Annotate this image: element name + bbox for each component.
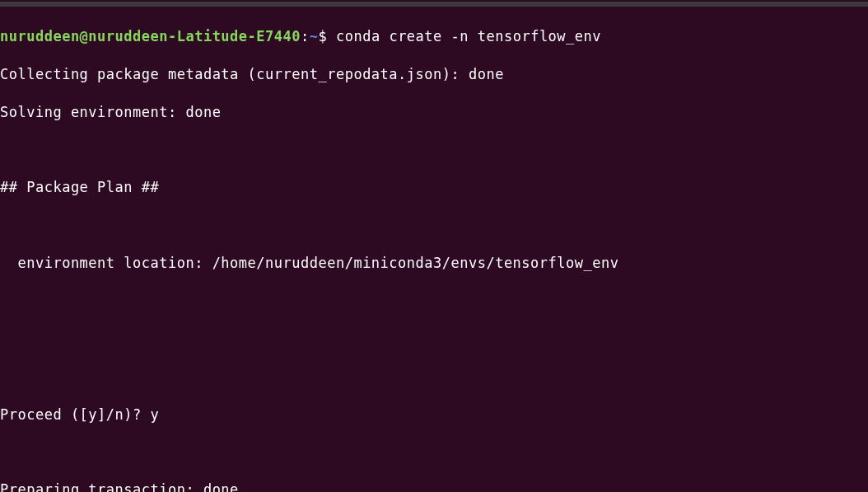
output-line: Preparing transaction: done xyxy=(0,480,868,492)
prompt-dollar: $ xyxy=(319,28,336,45)
output-line: Collecting package metadata (current_rep… xyxy=(0,65,868,84)
blank-line xyxy=(0,443,868,462)
blank-line xyxy=(0,216,868,235)
prompt-line-1: nuruddeen@nuruddeen-Latitude-E7440:~$ co… xyxy=(0,27,868,46)
blank-line xyxy=(0,141,868,160)
output-line: Proceed ([y]/n)? y xyxy=(0,405,868,424)
prompt-user-host: nuruddeen@nuruddeen-Latitude-E7440 xyxy=(0,28,301,45)
blank-line xyxy=(0,330,868,349)
command-text: conda create -n tensorflow_env xyxy=(336,28,601,45)
window-titlebar xyxy=(0,2,868,7)
prompt-path: ~ xyxy=(310,28,319,45)
output-line: ## Package Plan ## xyxy=(0,178,868,197)
blank-line xyxy=(0,368,868,387)
output-line: environment location: /home/nuruddeen/mi… xyxy=(0,254,868,273)
blank-line xyxy=(0,292,868,311)
terminal-output-area[interactable]: nuruddeen@nuruddeen-Latitude-E7440:~$ co… xyxy=(0,8,868,492)
output-line: Solving environment: done xyxy=(0,103,868,122)
prompt-colon: : xyxy=(301,28,310,45)
